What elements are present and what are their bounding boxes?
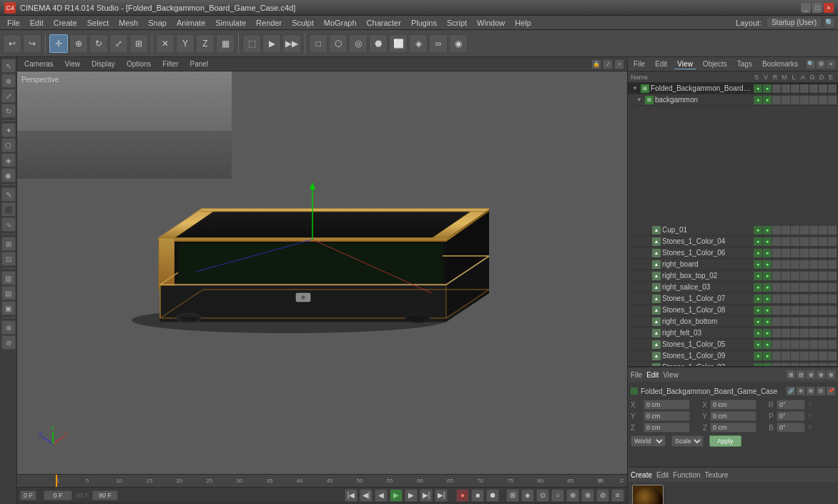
obj-flag-s[interactable]: ●	[754, 237, 762, 246]
timeline-extra5[interactable]: ⊕	[566, 489, 579, 502]
obj-flag-s[interactable]: ●	[754, 283, 762, 292]
menu-script[interactable]: Script	[443, 17, 471, 29]
vp-tab-cameras[interactable]: Cameras	[20, 59, 58, 69]
obj-flag-l[interactable]	[791, 283, 799, 292]
obj-flag-d[interactable]	[819, 329, 827, 337]
rp-tab-file[interactable]: File	[631, 59, 648, 69]
obj-flag-e[interactable]	[828, 226, 837, 234]
obj-flag-l[interactable]	[791, 260, 799, 269]
obj-flag-d[interactable]	[819, 306, 827, 315]
obj-flag-v[interactable]: ●	[763, 84, 772, 93]
vp-expand-button[interactable]: ⤢	[603, 59, 613, 69]
obj-flag-v[interactable]: ●	[763, 283, 772, 292]
obj-flag-a[interactable]	[800, 295, 809, 303]
lt-tool3[interactable]: ◈	[1, 153, 16, 167]
apply-button[interactable]: Apply	[709, 435, 741, 447]
expand-icon[interactable]: ▼	[632, 85, 639, 92]
obj-flag-l[interactable]	[791, 249, 799, 257]
lt-scale[interactable]: ⤢	[1, 89, 16, 103]
obj-flag-r[interactable]	[772, 84, 781, 93]
mat-swatch[interactable]	[632, 485, 664, 504]
obj-flag-e[interactable]	[828, 272, 837, 280]
lt-tool2[interactable]: ⬡	[1, 138, 16, 152]
obj-flag-r[interactable]	[772, 249, 781, 257]
record-stop[interactable]: ■	[471, 489, 484, 502]
obj-flag-r[interactable]	[772, 260, 781, 269]
obj-flag-a[interactable]	[800, 340, 809, 349]
vp-lock-button[interactable]: 🔒	[591, 59, 601, 69]
render-active[interactable]: ▶	[262, 34, 281, 53]
list-item[interactable]: ▲ right_box_top_02 ● ●	[628, 270, 838, 282]
obj-flag-a[interactable]	[800, 329, 809, 337]
viewport[interactable]: Perspective	[17, 71, 627, 474]
obj-flag-e[interactable]	[828, 237, 837, 246]
mat-item[interactable]: backgar	[631, 485, 665, 504]
obj-flag-a[interactable]	[800, 317, 809, 326]
attr-tab-view[interactable]: View	[663, 371, 679, 379]
list-item[interactable]: ▲ right_board ● ●	[628, 259, 838, 270]
obj-flag-r[interactable]	[772, 352, 781, 360]
mat-tab-texture[interactable]: Texture	[705, 471, 729, 479]
obj-flag-m[interactable]	[782, 295, 790, 303]
attr-collapse-icon[interactable]: ⊟	[817, 387, 825, 395]
list-item[interactable]: ▲ right_felt_03 ● ●	[628, 327, 838, 339]
undo-button[interactable]: ↩	[3, 34, 21, 53]
obj-flag-g[interactable]	[809, 283, 818, 292]
obj-flag-m[interactable]	[782, 226, 790, 234]
obj-flag-m[interactable]	[782, 272, 790, 280]
obj-flag-e[interactable]	[828, 84, 837, 93]
obj-flag-d[interactable]	[819, 260, 827, 269]
obj-flag-s[interactable]: ●	[754, 226, 762, 234]
redo-button[interactable]: ↪	[23, 34, 41, 53]
light-tool[interactable]: ◈	[409, 34, 428, 53]
lt-display2[interactable]: ▤	[1, 286, 16, 300]
rp-search-icon[interactable]: 🔍	[807, 60, 815, 69]
play-button[interactable]: ▶	[390, 489, 403, 502]
lt-mesh[interactable]: ⬛	[1, 202, 16, 217]
obj-flag-e[interactable]	[828, 340, 837, 349]
lt-axis[interactable]: ⊞	[1, 237, 16, 251]
select-tool[interactable]: ✛	[49, 34, 68, 53]
obj-flag-a[interactable]	[800, 260, 809, 269]
obj-flag-s[interactable]: ●	[754, 340, 762, 349]
obj-flag-v[interactable]: ●	[763, 295, 772, 303]
timeline-extra3[interactable]: ⊙	[536, 489, 549, 502]
list-item[interactable]: ▲ Stones_1_Color_09 ● ●	[628, 350, 838, 362]
next-key-button[interactable]: ▶|	[420, 489, 433, 502]
timeline-extra8[interactable]: ≡	[611, 489, 624, 502]
search-icon[interactable]: 🔍	[824, 17, 835, 29]
obj-flag-d[interactable]	[819, 249, 827, 257]
cube-tool[interactable]: □	[309, 34, 327, 53]
obj-flag-d[interactable]	[819, 283, 827, 292]
infinity-tool[interactable]: ∞	[429, 34, 448, 53]
mat-tab-edit[interactable]: Edit	[656, 471, 669, 479]
attr-y-field[interactable]	[644, 411, 690, 421]
obj-flag-l[interactable]	[791, 84, 799, 93]
attr-z-field[interactable]	[644, 423, 690, 433]
lt-extra2[interactable]: ⊘	[1, 335, 16, 350]
next-frame-button[interactable]: ▶	[405, 489, 418, 502]
lt-sculpt[interactable]: ∿	[1, 217, 16, 232]
nurbs-tool[interactable]: ◎	[349, 34, 368, 53]
obj-flag-d[interactable]	[819, 295, 827, 303]
obj-flag-v[interactable]: ●	[763, 306, 772, 315]
attr-rz-field[interactable]	[777, 423, 805, 433]
lt-rotate[interactable]: ↻	[1, 104, 16, 118]
list-item[interactable]: ▲ Cup_01 ● ●	[628, 224, 838, 236]
obj-flag-m[interactable]	[782, 317, 790, 326]
menu-mograph[interactable]: MoGraph	[320, 17, 361, 29]
lt-display1[interactable]: ▥	[1, 271, 16, 285]
rp-tab-bookmarks[interactable]: Bookmarks	[759, 59, 801, 69]
obj-flag-e[interactable]	[828, 306, 837, 315]
attr-icon3[interactable]: ⊛	[807, 370, 815, 379]
rp-tab-view[interactable]: View	[674, 59, 696, 69]
obj-flag-d[interactable]	[819, 237, 827, 246]
obj-flag-m[interactable]	[782, 237, 790, 246]
timeline-extra4[interactable]: ○	[551, 489, 564, 502]
menu-help[interactable]: Help	[511, 17, 536, 29]
attr-rx-field[interactable]	[777, 400, 805, 410]
spline-tool[interactable]: ⬣	[369, 34, 388, 53]
attr-icon1[interactable]: ⊞	[787, 370, 795, 379]
obj-flag-g[interactable]	[809, 237, 818, 246]
lt-tool1[interactable]: ✦	[1, 123, 16, 137]
